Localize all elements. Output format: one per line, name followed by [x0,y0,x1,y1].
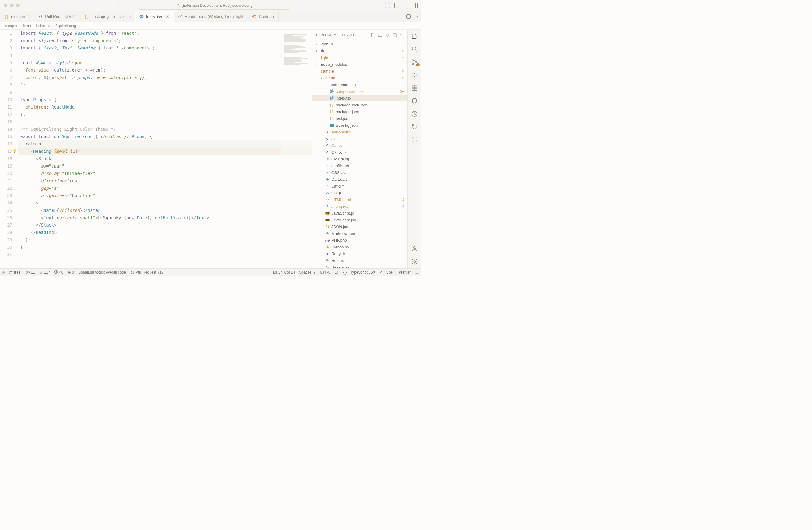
eol[interactable]: LF [335,270,339,275]
tree-file[interactable]: CC#.cs [312,142,407,149]
account-icon[interactable] [411,245,418,252]
run-debug-icon[interactable] [411,71,418,79]
tree-file[interactable]: 🐍Python.py [312,243,407,250]
lightbulb-icon[interactable]: 💡 [12,148,17,155]
tab-actions: ⋯ [403,11,421,22]
tree-label: node_modules [321,62,407,67]
editor-tab[interactable]: 🏷Contribu [248,11,278,22]
encoding[interactable]: UTF-8 [320,270,331,275]
breadcrumb-segment[interactable]: sample [5,24,17,28]
more-actions-icon[interactable]: ⋯ [414,14,418,19]
tree-file[interactable]: components.tsx9+ [312,88,407,95]
close-window[interactable] [4,4,8,8]
tree-folder[interactable]: ⌄sample [312,68,407,74]
tree-file[interactable]: M↓Markdown.md [312,230,407,237]
tree-file[interactable]: CC++.c++ [312,149,407,156]
extensions-icon[interactable] [411,84,418,92]
refresh-icon[interactable] [386,33,390,37]
indentation[interactable]: Spaces: 2 [299,270,315,275]
breadcrumb-segment[interactable]: Squirrelsong [55,24,76,28]
more-icon[interactable]: ⋯ [400,33,404,37]
nav-back[interactable]: ← [118,3,123,8]
close-icon[interactable]: ✕ [166,14,169,19]
tree-folder[interactable]: ›dark [312,47,407,54]
new-file-icon[interactable] [371,33,375,37]
tree-file[interactable]: phpPHP.php [312,237,407,243]
pull-request-icon[interactable] [411,123,418,130]
C-icon: C [325,137,330,141]
tree-file[interactable]: { }JSON.json [312,223,407,230]
tree-file[interactable]: #CSS.css [312,169,407,176]
new-folder-icon[interactable] [378,33,382,37]
tree-file[interactable]: ◆Ruby.rb [312,250,407,257]
tree-folder[interactable]: ›node_modules [312,81,407,88]
editor-tab[interactable]: { }package.json.../demo [80,11,135,22]
cursor-position[interactable]: Ln 17, Col 14 [273,270,295,275]
tree-folder[interactable]: ›.github [312,41,407,47]
tree-file[interactable]: ▴Astro.astro5 [312,128,407,135]
github-icon[interactable] [411,97,418,104]
language-mode[interactable]: { } TypeScript JSX [343,270,376,275]
breadcrumb-segment[interactable]: demo [22,24,31,28]
remote-indicator[interactable]: ⎋ [2,270,5,275]
tree-file[interactable]: { }package-lock.json [312,101,407,108]
split-editor-icon[interactable] [406,14,411,19]
sonarlint-focus[interactable]: SonarLint focus: overall code [78,270,126,275]
tree-file[interactable]: ≡conflict.txt [312,162,407,169]
editor-tab[interactable]: { }me.json4 [0,11,34,22]
problems-info[interactable]: ⓘ46 [54,270,63,275]
git-branch[interactable]: tres* [9,270,22,275]
collapse-all-icon[interactable] [393,33,397,37]
code-content[interactable]: import React, { type ReactNode } from 'r… [18,29,312,268]
toggle-secondary-sidebar-icon[interactable] [404,3,408,8]
customize-layout-icon[interactable] [413,3,418,8]
tree-file[interactable]: SaSass.scss [312,264,407,268]
toggle-primary-sidebar-icon[interactable] [385,3,390,8]
spell-check[interactable]: ✓ Spell [380,270,394,275]
tree-file[interactable]: GOGo.go [312,190,407,196]
loop-icon[interactable] [411,136,418,143]
tree-file[interactable]: <>HTML.html2 [312,196,407,203]
tab-label: Pull Request #12 [45,14,75,19]
source-control-icon[interactable]: 2 [411,58,418,66]
tree-file[interactable]: JJava.java4 [312,203,407,210]
tree-folder[interactable]: ›light [312,54,407,61]
sonarlint-count[interactable]: ◉0 [68,270,74,275]
tree-file[interactable]: { }test.json [312,115,407,122]
minimap[interactable] [281,29,312,268]
maximize-window[interactable] [16,4,20,8]
command-center[interactable]: [Extension Development Host] squirrelson… [137,2,291,10]
tree-file[interactable]: index.tsx [312,95,407,101]
minimize-window[interactable] [10,4,14,8]
json-icon: { } [330,116,334,121]
tree-file[interactable]: ◈Dart.dart [312,176,407,183]
breadcrumb-segment[interactable]: index.tsx [36,24,50,28]
pull-request-status[interactable]: Pull Request #12 [130,270,163,275]
editor-tab[interactable]: Readme.md (Working Tree)light [174,11,248,22]
nav-forward[interactable]: → [127,3,131,8]
tree-file[interactable]: Cc.c [312,135,407,142]
problems-errors[interactable]: ✕11 [26,270,35,275]
tree-file[interactable]: JSJavaScript.jsx [312,217,407,223]
explorer-view-icon[interactable] [411,32,418,40]
tree-file[interactable]: ⚙Rust.rs [312,257,407,264]
tree-file[interactable]: { }package.json [312,108,407,115]
react-icon [140,14,144,19]
problems-warnings[interactable]: ⚠117 [39,270,50,275]
toggle-panel-icon[interactable] [394,3,399,8]
timeline-icon[interactable] [411,110,418,117]
breadcrumb[interactable]: sample›demo›index.tsx›Squirrelsong [0,22,421,29]
notifications-icon[interactable] [415,270,419,274]
tree-folder[interactable]: ›node_modules [312,61,407,68]
search-view-icon[interactable] [411,45,418,53]
tree-file[interactable]: JSJavaScript.js [312,210,407,217]
settings-icon[interactable] [411,258,418,265]
editor-tab[interactable]: Pull Request #12 [34,11,80,22]
tree-file[interactable]: (λ)Clojure.clj [312,156,407,162]
tree-folder[interactable]: ⌄demo [312,74,407,81]
tree-file[interactable]: TStsconfig.json [312,122,407,128]
prettier[interactable]: Prettier [398,270,411,275]
editor-tab[interactable]: index.tsx✕ [135,11,174,22]
tree-file[interactable]: ±Diff.diff [312,183,407,190]
code-editor[interactable]: 1234567891011121314151617181920212223242… [0,29,312,268]
